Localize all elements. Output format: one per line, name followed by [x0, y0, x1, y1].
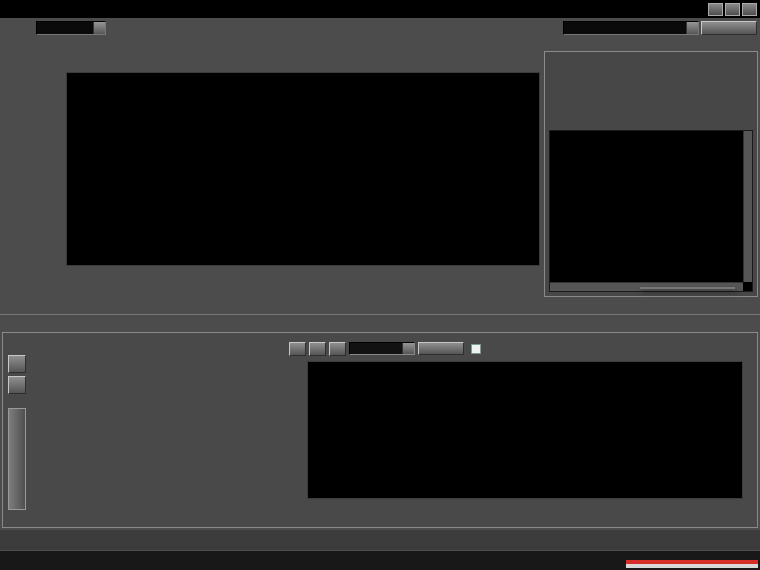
measure-panel: [0, 314, 760, 530]
marker-buttons: [545, 52, 757, 64]
titlebar: [0, 0, 760, 18]
pause-button[interactable]: [701, 21, 757, 35]
spectrum-chart: [32, 70, 544, 312]
scroll-down-button[interactable]: [8, 376, 26, 394]
checkbox-icon[interactable]: [471, 344, 481, 354]
marker-panel: [544, 37, 758, 297]
pf-toolbar: [289, 341, 485, 356]
bottom-tabs: [0, 530, 760, 550]
watermark: [626, 560, 758, 568]
dropdown-arrow-icon[interactable]: [93, 22, 105, 34]
span-center-freq: [300, 280, 305, 302]
maximize-button[interactable]: [725, 3, 740, 16]
window-buttons: [708, 3, 757, 16]
chart-footer: [66, 280, 540, 302]
pf-chart-area: [285, 341, 755, 529]
dropdown-arrow-icon[interactable]: [402, 343, 414, 354]
offon-toggle[interactable]: [471, 344, 485, 354]
marker-panel-body: [544, 51, 758, 297]
clear-button[interactable]: [418, 342, 464, 355]
prev-button[interactable]: [329, 342, 346, 356]
zoom-button[interactable]: [309, 342, 326, 356]
stop-freq: [535, 280, 540, 302]
advanced-operation-select[interactable]: [563, 21, 699, 35]
scroll-up-button[interactable]: [8, 355, 26, 373]
vertical-scrollbar[interactable]: [743, 131, 752, 282]
spectrum-plot[interactable]: [66, 72, 540, 266]
dropdown-arrow-icon[interactable]: [686, 22, 698, 34]
marker-table-body: [550, 145, 743, 282]
auto-settings: [150, 42, 312, 72]
trace-select[interactable]: [36, 21, 106, 35]
marker-table-header: [550, 131, 743, 145]
app-window: [0, 0, 760, 570]
measure-body: [2, 332, 758, 528]
pf-plot[interactable]: [307, 361, 743, 499]
minimize-button[interactable]: [708, 3, 723, 16]
fail-trace-menu: [640, 287, 735, 289]
pf-settings: [39, 357, 281, 367]
start-freq: [66, 280, 71, 302]
operation-strip: [8, 355, 28, 510]
pan-button[interactable]: [289, 342, 306, 356]
fail-trace-select[interactable]: [349, 342, 415, 355]
watermark-subtitle: [626, 564, 758, 568]
close-button[interactable]: [742, 3, 757, 16]
marker-table: [549, 130, 753, 292]
tab-operation[interactable]: [8, 408, 26, 510]
